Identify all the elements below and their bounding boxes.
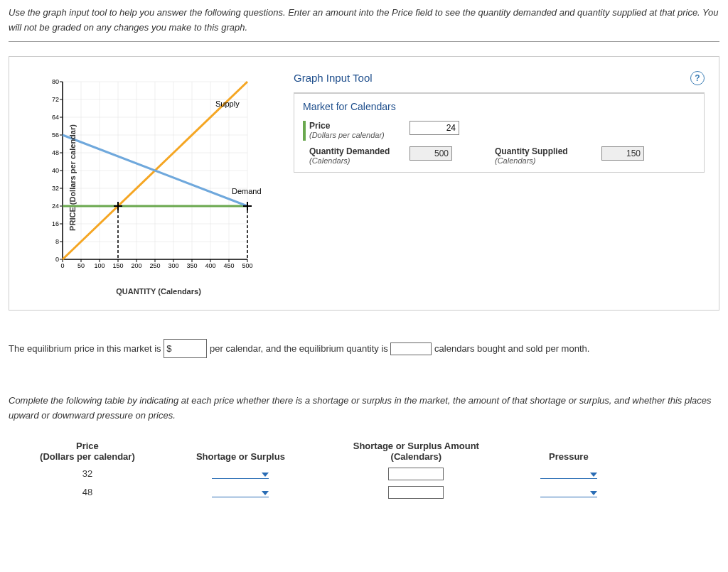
svg-text:400: 400 bbox=[205, 262, 215, 269]
row-price: 48 bbox=[9, 483, 166, 502]
svg-text:32: 32 bbox=[52, 185, 59, 192]
equilibrium-quantity-input[interactable] bbox=[390, 342, 432, 355]
row-price: 32 bbox=[9, 465, 166, 483]
graph-input-tool: Graph Input Tool ? Market for Calendars … bbox=[294, 71, 705, 173]
chevron-down-icon bbox=[262, 473, 269, 477]
x-axis-label: QUANTITY (Calendars) bbox=[45, 287, 272, 296]
instructions-text: Use the graph input tool to help you ans… bbox=[9, 6, 719, 42]
col-shortage-surplus: Shortage or Surplus bbox=[166, 438, 315, 465]
y-axis-label: PRICE (Dollars per calendar) bbox=[68, 124, 77, 231]
quantity-demanded-label: Quantity Demanded (Calendars) bbox=[303, 146, 402, 165]
col-pressure: Pressure bbox=[518, 438, 620, 465]
price-input[interactable] bbox=[410, 121, 459, 135]
supply-legend: Supply bbox=[215, 99, 240, 108]
svg-text:200: 200 bbox=[131, 262, 141, 269]
svg-text:40: 40 bbox=[52, 167, 59, 174]
svg-text:64: 64 bbox=[52, 114, 59, 121]
table-row: 48 bbox=[9, 483, 620, 502]
svg-text:8: 8 bbox=[55, 238, 59, 245]
svg-text:350: 350 bbox=[186, 262, 197, 269]
table-row: 32 bbox=[9, 465, 620, 483]
quantity-supplied-label: Quantity Supplied (Calendars) bbox=[495, 146, 594, 165]
equilibrium-price-input-wrap: $ bbox=[164, 339, 207, 358]
price-label: Price (Dollars per calendar) bbox=[303, 121, 402, 141]
svg-text:48: 48 bbox=[52, 149, 59, 156]
shortage-surplus-dropdown[interactable] bbox=[212, 473, 269, 479]
help-icon[interactable]: ? bbox=[690, 71, 705, 85]
main-panel: PRICE (Dollars per calendar) bbox=[9, 56, 719, 311]
equilibrium-price-input[interactable] bbox=[173, 342, 204, 354]
demand-legend: Demand bbox=[232, 187, 262, 195]
quantity-supplied-output: 150 bbox=[601, 146, 644, 161]
answer-table: Price (Dollars per calendar) Shortage or… bbox=[9, 438, 620, 502]
pressure-dropdown[interactable] bbox=[540, 473, 597, 479]
pressure-dropdown[interactable] bbox=[540, 491, 597, 497]
market-title: Market for Calendars bbox=[303, 101, 695, 112]
chevron-down-icon bbox=[262, 491, 269, 495]
amount-input[interactable] bbox=[388, 486, 444, 499]
svg-text:72: 72 bbox=[52, 96, 59, 103]
chevron-down-icon bbox=[590, 473, 597, 477]
amount-input[interactable] bbox=[388, 468, 444, 480]
svg-text:0: 0 bbox=[55, 256, 59, 263]
svg-text:250: 250 bbox=[149, 262, 160, 269]
quantity-demanded-output: 500 bbox=[410, 146, 452, 161]
col-amount: Shortage or Surplus Amount (Calendars) bbox=[315, 438, 518, 465]
chevron-down-icon bbox=[590, 491, 597, 495]
svg-text:24: 24 bbox=[52, 203, 59, 210]
svg-text:56: 56 bbox=[52, 131, 59, 139]
tool-title: Graph Input Tool bbox=[294, 72, 373, 84]
svg-text:300: 300 bbox=[168, 262, 178, 269]
svg-text:500: 500 bbox=[242, 262, 252, 269]
shortage-surplus-dropdown[interactable] bbox=[212, 491, 269, 497]
supply-demand-chart[interactable]: 0 8 16 24 32 40 48 56 64 72 80 bbox=[23, 71, 272, 284]
equilibrium-question: The equilibrium price in this market is … bbox=[9, 339, 719, 358]
svg-text:80: 80 bbox=[52, 78, 59, 85]
chart-container: PRICE (Dollars per calendar) bbox=[23, 71, 272, 296]
svg-text:150: 150 bbox=[112, 262, 123, 269]
svg-text:100: 100 bbox=[94, 262, 105, 269]
svg-text:0: 0 bbox=[60, 262, 64, 269]
table-section: Complete the following table by indicati… bbox=[9, 394, 719, 502]
col-price: Price (Dollars per calendar) bbox=[9, 438, 166, 465]
svg-text:450: 450 bbox=[223, 262, 234, 269]
table-instructions: Complete the following table by indicati… bbox=[9, 394, 719, 423]
svg-text:16: 16 bbox=[52, 220, 59, 227]
svg-text:50: 50 bbox=[77, 262, 85, 269]
